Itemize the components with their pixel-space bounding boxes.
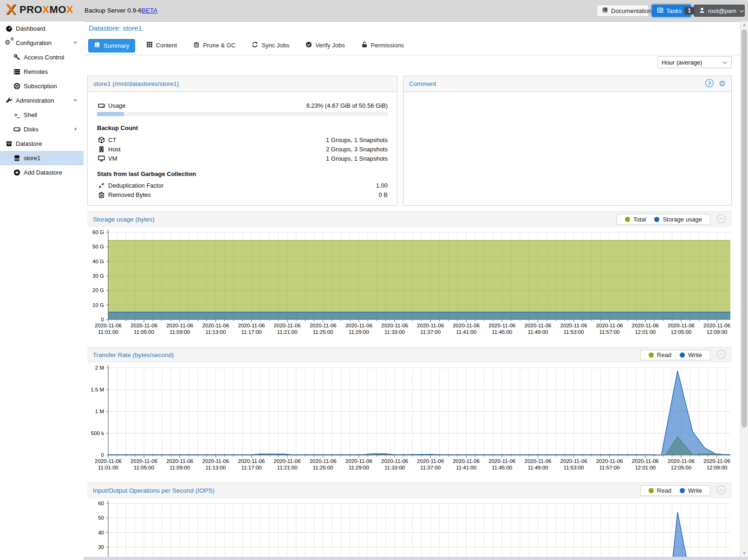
svg-text:11:57:00: 11:57:00 xyxy=(599,465,620,470)
gear-icon[interactable]: ⚙ xyxy=(719,80,726,88)
chart-legend: TotalStorage usage xyxy=(617,214,710,225)
database-icon xyxy=(13,155,21,162)
trash-icon xyxy=(97,191,105,198)
svg-text:2020-11-06: 2020-11-06 xyxy=(274,323,301,328)
tab-prune-gc[interactable]: Prune & GC xyxy=(188,39,241,52)
backup-count-row-ct: CT 1 Groups, 1 Snapshots xyxy=(97,137,388,143)
chevron-down-icon xyxy=(739,7,744,14)
scroll-down-icon[interactable]: ▼ xyxy=(741,551,748,555)
chart-title: Transfer Rate (bytes/second) xyxy=(93,352,640,358)
svg-text:50 G: 50 G xyxy=(92,244,104,249)
svg-text:1 M: 1 M xyxy=(95,409,104,414)
svg-text:2020-11-06: 2020-11-06 xyxy=(274,458,301,464)
svg-text:2020-11-06: 2020-11-06 xyxy=(166,323,193,328)
storage-usage-section: Storage usage (bytes) TotalStorage usage… xyxy=(87,211,732,342)
sidebar-item-remotes[interactable]: Remotes xyxy=(0,65,84,79)
tasks-button[interactable]: Tasks 1 xyxy=(652,5,691,17)
svg-text:2020-11-06: 2020-11-06 xyxy=(525,458,552,464)
legend-item[interactable]: Write xyxy=(676,487,705,494)
book-icon xyxy=(94,42,100,50)
tab-sync-jobs[interactable]: Sync Jobs xyxy=(247,39,294,52)
gc-row-removed-bytes: Removed Bytes 0 B xyxy=(97,191,388,198)
archive-box-icon xyxy=(5,140,13,147)
svg-text:11:09:00: 11:09:00 xyxy=(169,329,190,335)
documentation-button[interactable]: Documentation xyxy=(597,5,649,17)
svg-text:11:25:00: 11:25:00 xyxy=(313,329,333,335)
book-icon xyxy=(602,7,608,15)
svg-text:2020-11-06: 2020-11-06 xyxy=(453,458,480,464)
svg-text:12:05:00: 12:05:00 xyxy=(671,329,692,335)
sidebar-item-datastore[interactable]: Datastore xyxy=(0,137,84,151)
sidebar-nav: Dashboard ⚙⚙ Configuration Access Contro… xyxy=(0,21,84,560)
svg-text:2020-11-06: 2020-11-06 xyxy=(381,458,408,464)
collapse-caret-icon[interactable] xyxy=(73,99,77,102)
chart-header: Storage usage (bytes) TotalStorage usage xyxy=(87,211,732,227)
svg-text:2020-11-06: 2020-11-06 xyxy=(345,458,372,464)
sidebar-item-access-control[interactable]: Access Control xyxy=(0,50,84,65)
sidebar-item-shell[interactable]: >_ Shell xyxy=(0,108,84,122)
svg-text:12:05:00: 12:05:00 xyxy=(671,465,692,470)
legend-dot-icon xyxy=(680,488,685,493)
legend-item[interactable]: Read xyxy=(645,487,675,494)
svg-text:50: 50 xyxy=(98,515,104,521)
svg-text:2020-11-06: 2020-11-06 xyxy=(238,458,265,464)
chart-title: Storage usage (bytes) xyxy=(93,216,617,223)
vertical-scrollbar[interactable]: ▲ ▼ xyxy=(740,21,748,560)
svg-text:1.5 M: 1.5 M xyxy=(91,387,104,392)
legend-item[interactable]: Write xyxy=(676,352,705,358)
sidebar-item-subscription[interactable]: Subscription xyxy=(0,79,84,93)
collapse-caret-icon[interactable] xyxy=(73,42,77,44)
svg-text:500 k: 500 k xyxy=(91,430,104,436)
comment-body[interactable] xyxy=(403,92,731,95)
collapse-minus-icon[interactable] xyxy=(716,349,726,361)
list-rows-icon xyxy=(13,68,21,75)
tab-summary[interactable]: Summary xyxy=(88,39,135,52)
svg-text:2020-11-06: 2020-11-06 xyxy=(668,458,695,464)
collapse-minus-icon[interactable] xyxy=(716,214,726,225)
svg-text:11:13:00: 11:13:00 xyxy=(205,465,226,470)
svg-text:2020-11-06: 2020-11-06 xyxy=(202,458,229,464)
proxmox-backup-server-app: { "topbar": { "brand": "PROXMOX", "brand… xyxy=(0,0,748,560)
svg-text:2020-11-06: 2020-11-06 xyxy=(703,458,730,464)
comment-panel-header: Comment ⚙ xyxy=(403,76,731,92)
task-list-icon xyxy=(657,7,663,15)
svg-text:2020-11-06: 2020-11-06 xyxy=(95,323,122,328)
scrollbar-thumb[interactable] xyxy=(741,29,747,428)
legend-item[interactable]: Storage usage xyxy=(651,216,705,223)
svg-text:12:09:00: 12:09:00 xyxy=(707,465,728,470)
sidebar-item-administration[interactable]: Administration xyxy=(0,93,84,108)
svg-text:2020-11-06: 2020-11-06 xyxy=(130,323,157,328)
legend-item[interactable]: Total xyxy=(622,216,649,223)
tab-permissions[interactable]: Permissions xyxy=(356,39,409,52)
legend-dot-icon xyxy=(654,217,659,222)
cube-icon xyxy=(97,137,105,143)
expand-chevron-circle-icon[interactable] xyxy=(705,78,714,89)
collapse-minus-icon[interactable] xyxy=(716,485,726,496)
wrench-icon xyxy=(5,97,13,104)
tab-content[interactable]: Content xyxy=(141,39,182,52)
svg-text:11:49:00: 11:49:00 xyxy=(528,465,548,470)
svg-text:2020-11-06: 2020-11-06 xyxy=(381,323,408,328)
documentation-button-label: Documentation xyxy=(611,7,651,14)
expand-caret-icon[interactable] xyxy=(75,127,77,131)
svg-text:11:17:00: 11:17:00 xyxy=(241,329,262,335)
tab-verify-jobs[interactable]: Verify Jobs xyxy=(300,39,350,52)
usage-label: Usage xyxy=(108,102,126,109)
sidebar-item-dashboard[interactable]: Dashboard xyxy=(0,21,84,36)
beta-link[interactable]: BETA xyxy=(142,7,157,14)
scroll-up-icon[interactable]: ▲ xyxy=(741,23,748,27)
sidebar-item-disks[interactable]: Disks xyxy=(0,122,84,137)
legend-dot-icon xyxy=(625,217,630,222)
user-menu-button[interactable]: root@pam xyxy=(694,5,745,17)
backup-count-row-vm: VM 1 Groups, 1 Snapshots xyxy=(97,155,388,162)
building-icon xyxy=(97,146,105,153)
svg-text:11:29:00: 11:29:00 xyxy=(349,465,369,470)
datastore-summary-panel-header: store1 (/mnt/datastores/store1) xyxy=(88,76,397,92)
sidebar-item-store1[interactable]: store1 xyxy=(0,151,84,165)
svg-text:2020-11-06: 2020-11-06 xyxy=(310,323,337,328)
time-range-select[interactable]: Hour (average) xyxy=(657,56,732,68)
chart-legend: ReadWrite xyxy=(640,350,710,360)
sidebar-item-configuration[interactable]: ⚙⚙ Configuration xyxy=(0,36,84,50)
sidebar-item-add-datastore[interactable]: Add Datastore xyxy=(0,165,84,180)
legend-item[interactable]: Read xyxy=(645,352,675,358)
